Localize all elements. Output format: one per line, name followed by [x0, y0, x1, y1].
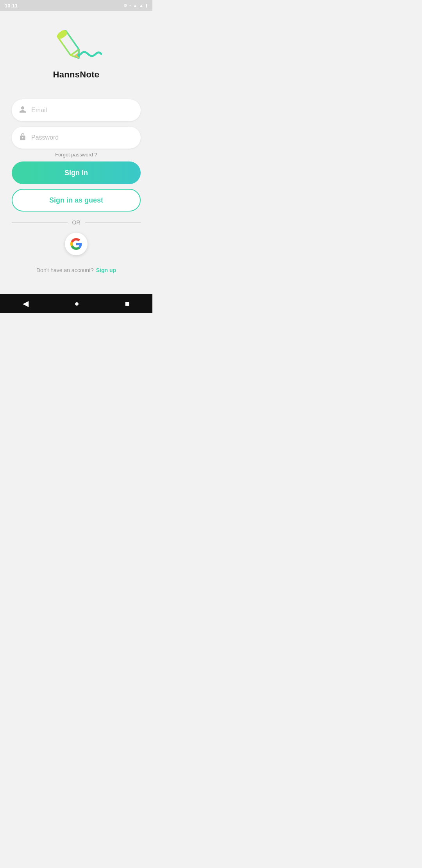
sim-icon: ▪ [129, 3, 131, 8]
status-bar: 10:11 ⚙ ▪ ▲ ▲ ▮ [0, 0, 152, 11]
signup-link[interactable]: Sign up [96, 267, 116, 273]
settings-icon: ⚙ [123, 3, 127, 8]
forgot-password-link[interactable]: Forgot password ? [55, 152, 97, 158]
wifi-icon: ▲ [133, 3, 137, 8]
guest-signin-button[interactable]: Sign in as guest [12, 189, 141, 212]
recent-icon: ■ [125, 299, 129, 308]
signup-row: Don't have an account? Sign up [36, 267, 116, 273]
or-text: OR [72, 219, 80, 226]
divider-line-right [85, 222, 141, 223]
home-icon: ● [74, 299, 79, 308]
app-title: HannsNote [53, 70, 100, 80]
app-logo [49, 23, 104, 66]
home-button[interactable]: ● [74, 299, 79, 308]
main-content: HannsNote Forgot password ? Sign in [0, 11, 152, 294]
or-divider: OR [12, 219, 141, 226]
svg-line-4 [61, 33, 75, 52]
email-field[interactable] [31, 107, 134, 114]
user-icon [19, 106, 27, 115]
battery-icon: ▮ [145, 3, 148, 8]
logo-area: HannsNote [49, 23, 104, 80]
divider-line-left [12, 222, 68, 223]
lock-icon [19, 133, 27, 143]
svg-point-5 [77, 54, 80, 57]
google-icon [70, 238, 82, 250]
back-button[interactable]: ◀ [23, 299, 29, 308]
signin-button[interactable]: Sign in [12, 161, 141, 184]
password-input-container [12, 127, 141, 149]
no-account-text: Don't have an account? [36, 267, 94, 273]
password-field[interactable] [31, 134, 134, 141]
back-icon: ◀ [23, 299, 29, 308]
status-time: 10:11 [5, 3, 18, 9]
nav-bar: ◀ ● ■ [0, 294, 152, 313]
google-signin-button[interactable] [65, 233, 88, 255]
login-form [12, 99, 141, 149]
email-input-container [12, 99, 141, 121]
signal-icon: ▲ [139, 3, 143, 8]
status-icons: ⚙ ▪ ▲ ▲ ▮ [123, 3, 148, 8]
recent-button[interactable]: ■ [125, 299, 129, 308]
